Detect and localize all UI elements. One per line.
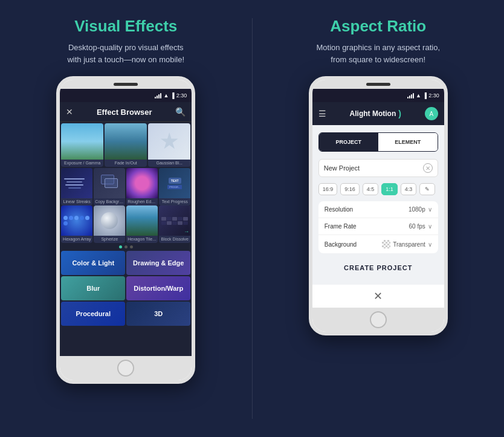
status-bar-left: ▲ ▐ 2:30 (60, 89, 192, 102)
right-time-display: 2:30 (428, 92, 439, 99)
effect-card-hex-tile[interactable]: Hexagon Tile Shift (126, 206, 158, 243)
hamburger-icon[interactable]: ☰ (318, 109, 326, 118)
effect-card-spherize[interactable]: Spherize (94, 206, 125, 243)
project-name-text: New Project (324, 164, 360, 172)
phone-bottom-bezel (60, 356, 192, 380)
effect-card-fade[interactable]: Fade In/Out (105, 123, 147, 167)
status-icons: ▲ ▐ 2:30 (155, 92, 187, 99)
effect-card-hex-array[interactable]: Hexagon Array (61, 206, 92, 243)
ratio-1-1[interactable]: 1:1 (381, 183, 398, 195)
effect-thumb-star (148, 123, 190, 160)
category-grid: Color & Light Drawing & Edge Blur Distor… (60, 251, 192, 327)
time-display: 2:30 (176, 92, 187, 99)
category-3d[interactable]: 3D (126, 302, 190, 326)
effect-thumb-hex-array (61, 206, 92, 236)
effect-thumb-text: TEXT PROGR... (159, 168, 190, 198)
effect-label-spherize: Spherize (94, 236, 125, 243)
effect-label-hex-array: Hexagon Array (61, 236, 92, 243)
effect-card-copy-bg[interactable]: Copy Background (94, 168, 125, 206)
close-icon[interactable]: ✕ (66, 107, 73, 117)
right-phone-speaker (366, 83, 390, 86)
effect-label-text-progress: Text Progress (159, 198, 190, 206)
star-shape (160, 132, 178, 151)
ratio-4-3[interactable]: 4:3 (401, 183, 417, 195)
effect-label-gaussian: Gaussian Bl... (148, 160, 190, 167)
effect-thumb-block: → (159, 206, 190, 236)
background-label: Background (325, 241, 357, 248)
effects-row-3: Hexagon Array Spherize Hexagon Tile Shif… (60, 206, 192, 243)
effect-browser-title: Effect Browser (97, 108, 152, 117)
effect-label-copy-bg: Copy Background (94, 198, 125, 206)
resolution-text: 1080p (409, 206, 425, 213)
effect-card-streaks[interactable]: Linear Streaks (61, 168, 92, 206)
effect-thumb-sky (61, 123, 103, 160)
effect-thumb-lake (105, 123, 147, 160)
ratio-9-16[interactable]: 9:16 (340, 183, 360, 195)
effect-card-text-progress[interactable]: TEXT PROGR... Text Progress (159, 168, 190, 206)
user-avatar[interactable]: A (425, 107, 438, 120)
signal-icon (155, 92, 161, 99)
create-project-button[interactable]: CREATE PROJECT (318, 258, 438, 277)
effect-label-exposure: Exposure / Gamma (61, 160, 103, 167)
tab-project[interactable]: PROJECT (319, 133, 378, 151)
project-name-field[interactable]: New Project ✕ (318, 159, 438, 177)
effect-thumb-copy (94, 168, 125, 198)
background-row[interactable]: Background Transparent ∨ (318, 235, 438, 253)
dot-2 (124, 245, 128, 248)
effects-row-1: Exposure / Gamma Fade In/Out Gaussian Bl… (60, 122, 192, 168)
aspect-ratio-row: 16:9 9:16 4:5 1:1 4:3 ✎ (318, 183, 438, 195)
alight-header: ☰ Alight Motion ) A (312, 102, 444, 125)
frame-rate-chevron-icon: ∨ (428, 223, 432, 230)
page-dots (60, 243, 192, 251)
effect-label-hex-tile: Hexagon Tile Shift (126, 236, 158, 243)
home-button[interactable] (117, 360, 134, 377)
sphere-shape (101, 212, 118, 229)
left-panel: Visual Effects Desktop-quality pro visua… (0, 0, 252, 437)
close-bottom-icon[interactable]: ✕ (373, 290, 383, 303)
ratio-4-5[interactable]: 4:5 (363, 183, 379, 195)
alight-logo: Alight Motion ) (350, 109, 401, 118)
effects-row-2: Linear Streaks Copy Background Roughen E… (60, 168, 192, 206)
right-phone: ▲ ▐ 2:30 ☰ Alight Motion ) A PROJECT ELE… (309, 76, 448, 335)
alight-content: PROJECT ELEMENT New Project ✕ 16:9 9:16 … (312, 125, 444, 285)
tab-element[interactable]: ELEMENT (378, 133, 438, 151)
battery-icon: ▐ (170, 92, 174, 99)
search-icon[interactable]: 🔍 (175, 107, 186, 117)
right-panel-title: Aspect Ratio (330, 17, 426, 36)
category-blur[interactable]: Blur (61, 276, 125, 300)
status-bar-right: ▲ ▐ 2:30 (312, 89, 444, 102)
left-panel-title: Visual Effects (74, 17, 177, 36)
clear-project-name-button[interactable]: ✕ (423, 163, 433, 173)
effect-card-exposure[interactable]: Exposure / Gamma (61, 123, 103, 167)
background-value: Transparent ∨ (382, 240, 432, 248)
category-distortion-warp[interactable]: Distortion/Warp (126, 276, 190, 300)
right-battery-icon: ▐ (423, 92, 427, 99)
effect-card-roughen[interactable]: Roughen Edges (126, 168, 158, 206)
category-color-light[interactable]: Color & Light (61, 251, 125, 275)
category-procedural[interactable]: Procedural (61, 302, 125, 326)
effect-browser-screen: ✕ Effect Browser 🔍 Exposure / Gamma Fade… (60, 102, 192, 356)
effect-label-fade: Fade In/Out (105, 160, 147, 167)
effect-label-roughen: Roughen Edges (126, 198, 158, 206)
left-panel-subtitle: Desktop-quality pro visual effectswith j… (67, 42, 184, 65)
custom-ratio-button[interactable]: ✎ (419, 183, 435, 195)
effect-thumb-roughen (126, 168, 158, 198)
category-drawing-edge[interactable]: Drawing & Edge (126, 251, 190, 275)
right-panel-subtitle: Motion graphics in any aspect ratio,from… (317, 42, 441, 65)
right-signal-icon (407, 92, 414, 99)
frame-rate-row[interactable]: Frame Rate 60 fps ∨ (318, 218, 438, 235)
effect-card-block-dissolve[interactable]: → Block Dissolve (159, 206, 190, 243)
effect-label-block-dissolve: Block Dissolve (159, 236, 190, 243)
effect-card-gaussian[interactable]: Gaussian Bl... (148, 123, 190, 167)
right-phone-bottom-bezel (312, 308, 444, 332)
frame-rate-label: Frame Rate (325, 223, 357, 230)
ratio-16-9[interactable]: 16:9 (318, 183, 338, 195)
phone-speaker (114, 83, 138, 86)
resolution-row[interactable]: Resolution 1080p ∨ (318, 201, 438, 218)
right-wifi-icon: ▲ (416, 92, 421, 99)
right-home-button[interactable] (370, 311, 387, 328)
wifi-icon: ▲ (163, 92, 169, 99)
effect-thumb-streaks (61, 168, 92, 198)
resolution-label: Resolution (325, 206, 353, 213)
effect-header: ✕ Effect Browser 🔍 (60, 102, 192, 122)
